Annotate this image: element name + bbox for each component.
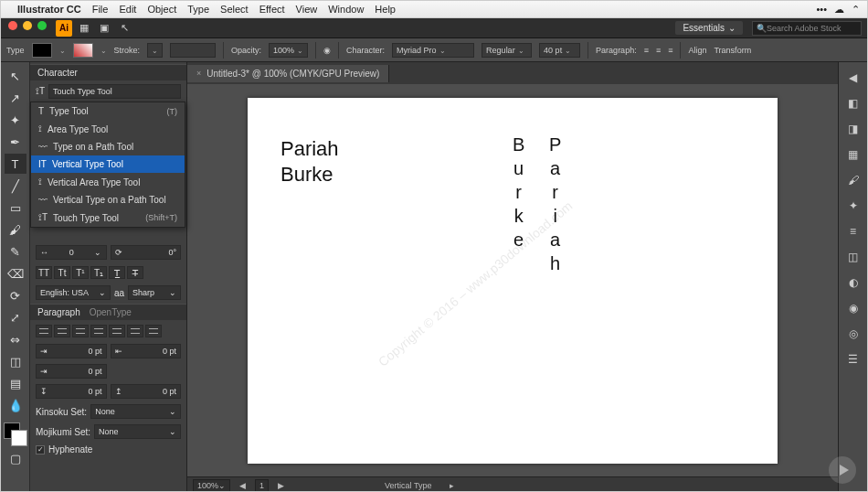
arrange-icon[interactable]: ▣ <box>96 21 112 36</box>
minimize-window-button[interactable] <box>23 21 32 30</box>
indent-right-field[interactable]: ⇤0 pt <box>111 344 182 358</box>
space-before-field[interactable]: ↧0 pt <box>36 384 107 399</box>
hyphenate-checkbox[interactable]: ✓ <box>36 445 45 455</box>
screen-mode-button[interactable]: ▢ <box>5 448 26 468</box>
eraser-tool[interactable]: ⌫ <box>5 263 26 283</box>
app-name[interactable]: Illustrator CC <box>17 4 81 15</box>
free-transform-tool[interactable]: ◫ <box>5 351 26 371</box>
status-expand-icon[interactable]: ▸ <box>450 481 454 490</box>
workspace-switcher[interactable]: Essentials⌄ <box>675 21 743 35</box>
vertical-text-pariah[interactable]: Pariah <box>549 133 561 275</box>
para-justify-all-icon[interactable] <box>145 325 162 337</box>
horizontal-text-object[interactable]: Pariah Burke <box>281 136 339 188</box>
tt-subscript-icon[interactable]: T₁ <box>90 266 107 279</box>
align-left-icon[interactable]: ≡ <box>644 46 649 55</box>
para-justify-center-icon[interactable] <box>109 325 125 337</box>
flyout-area-type-tool[interactable]: ⟟Area Type Tool <box>31 120 185 138</box>
menu-effect[interactable]: Effect <box>259 4 285 15</box>
color-panel-icon[interactable]: ◧ <box>843 93 863 113</box>
layers-panel-icon[interactable]: ☰ <box>843 349 863 369</box>
font-style-field[interactable]: Regular <box>482 43 532 58</box>
flyout-type-tool[interactable]: TType Tool(T) <box>31 102 185 120</box>
document-tab[interactable]: ×Untitled-3* @ 100% (CMYK/GPU Preview) <box>187 65 389 82</box>
recolor-icon[interactable]: ◉ <box>323 46 331 55</box>
antialias-field[interactable]: Sharp⌄ <box>128 285 181 300</box>
magic-wand-tool[interactable]: ✦ <box>5 110 26 130</box>
menu-type[interactable]: Type <box>187 4 209 15</box>
mojikumi-field[interactable]: None⌄ <box>94 424 181 439</box>
type-tool[interactable]: T <box>5 154 26 174</box>
expand-panels-icon[interactable]: ◀ <box>843 68 863 88</box>
flyout-vertical-area-type-tool[interactable]: ⟟Vertical Area Type Tool <box>31 173 185 191</box>
artboard-number-field[interactable]: 1 <box>255 479 269 492</box>
line-tool[interactable]: ╱ <box>5 176 26 196</box>
appearance-panel-icon[interactable]: ◉ <box>843 298 863 318</box>
para-align-center-icon[interactable] <box>54 325 70 337</box>
align-center-icon[interactable]: ≡ <box>656 46 661 55</box>
color-guide-panel-icon[interactable]: ◨ <box>843 119 863 139</box>
kinsoku-field[interactable]: None⌄ <box>90 404 181 419</box>
zoom-field[interactable]: 100% ⌄ <box>193 479 230 492</box>
stroke-weight-field[interactable] <box>147 43 163 58</box>
artboard[interactable]: Pariah Burke Burke Pariah Copyright © 20… <box>248 98 778 464</box>
transform-label[interactable]: Transform <box>714 46 751 55</box>
language-field[interactable]: English: USA⌄ <box>36 285 111 300</box>
tt-small-caps-icon[interactable]: Tt <box>54 266 70 279</box>
artboard-nav-next-icon[interactable]: ▶ <box>278 481 284 490</box>
stroke-panel-icon[interactable]: ≡ <box>843 221 863 241</box>
menu-file[interactable]: File <box>92 4 109 15</box>
space-after-field[interactable]: ↥0 pt <box>111 384 182 399</box>
character-panel-tab[interactable]: Character <box>30 64 186 80</box>
menu-edit[interactable]: Edit <box>119 4 136 15</box>
close-tab-icon[interactable]: × <box>196 69 201 78</box>
align-label[interactable]: Align <box>688 46 706 55</box>
tracking-field[interactable]: ↔0⌄ <box>36 245 107 260</box>
direct-selection-tool[interactable]: ↗ <box>5 88 26 108</box>
pen-tool[interactable]: ✒ <box>5 132 26 152</box>
gradient-tool[interactable]: ▤ <box>5 373 26 393</box>
play-overlay-icon[interactable] <box>829 456 856 484</box>
font-size-field[interactable]: 40 pt <box>539 43 580 58</box>
width-tool[interactable]: ⇔ <box>5 329 26 349</box>
cursor-icon[interactable]: ↖ <box>116 21 132 36</box>
para-align-right-icon[interactable] <box>72 325 89 337</box>
paintbrush-tool[interactable]: 🖌 <box>5 219 26 240</box>
canvas-viewport[interactable]: Pariah Burke Burke Pariah Copyright © 20… <box>187 84 838 476</box>
para-justify-right-icon[interactable] <box>127 325 143 337</box>
fill-stroke-swatch[interactable] <box>4 422 27 446</box>
stock-search-input[interactable]: 🔍 Search Adobe Stock <box>752 21 862 36</box>
pencil-tool[interactable]: ✎ <box>5 241 26 262</box>
flyout-vertical-path-type-tool[interactable]: 〰Vertical Type on a Path Tool <box>31 191 185 209</box>
menu-object[interactable]: Object <box>147 4 176 15</box>
para-align-left-icon[interactable] <box>36 325 52 337</box>
selection-tool[interactable]: ↖ <box>5 66 26 86</box>
touch-type-button[interactable]: Touch Type Tool <box>48 84 181 99</box>
swatches-panel-icon[interactable]: ▦ <box>843 144 863 165</box>
tt-strike-icon[interactable]: T̶ <box>127 266 143 279</box>
menu-window[interactable]: Window <box>328 4 364 15</box>
tt-superscript-icon[interactable]: T¹ <box>72 266 89 279</box>
flyout-touch-type-tool[interactable]: ⟟TTouch Type Tool(Shift+T) <box>31 209 185 227</box>
rectangle-tool[interactable]: ▭ <box>5 198 26 218</box>
indent-left-field[interactable]: ⇥0 pt <box>36 344 107 358</box>
opacity-field[interactable]: 100% <box>269 43 308 58</box>
opentype-panel-tab[interactable]: OpenType <box>90 307 132 317</box>
tt-underline-icon[interactable]: T̲ <box>109 266 125 279</box>
gradient-panel-icon[interactable]: ◫ <box>843 247 863 267</box>
symbols-panel-icon[interactable]: ✦ <box>843 196 863 216</box>
menu-view[interactable]: View <box>296 4 318 15</box>
graphic-styles-panel-icon[interactable]: ◎ <box>843 324 863 344</box>
stroke-swatch[interactable] <box>73 43 93 58</box>
flyout-path-type-tool[interactable]: 〰Type on a Path Tool <box>31 138 185 155</box>
bridge-icon[interactable]: ▦ <box>76 21 92 36</box>
tt-caps-icon[interactable]: TT <box>36 266 52 279</box>
font-family-field[interactable]: Myriad Pro <box>392 43 474 58</box>
first-line-field[interactable]: ⇥0 pt <box>36 364 107 379</box>
vertical-text-burke[interactable]: Burke <box>513 133 524 251</box>
rotate-tool[interactable]: ⟳ <box>5 285 26 305</box>
flyout-vertical-type-tool[interactable]: ITVertical Type Tool <box>31 155 185 173</box>
rotate-field[interactable]: ⟳0° <box>111 245 182 260</box>
eyedropper-tool[interactable]: 💧 <box>5 395 26 415</box>
zoom-window-button[interactable] <box>37 21 47 30</box>
brush-field[interactable] <box>170 43 216 58</box>
